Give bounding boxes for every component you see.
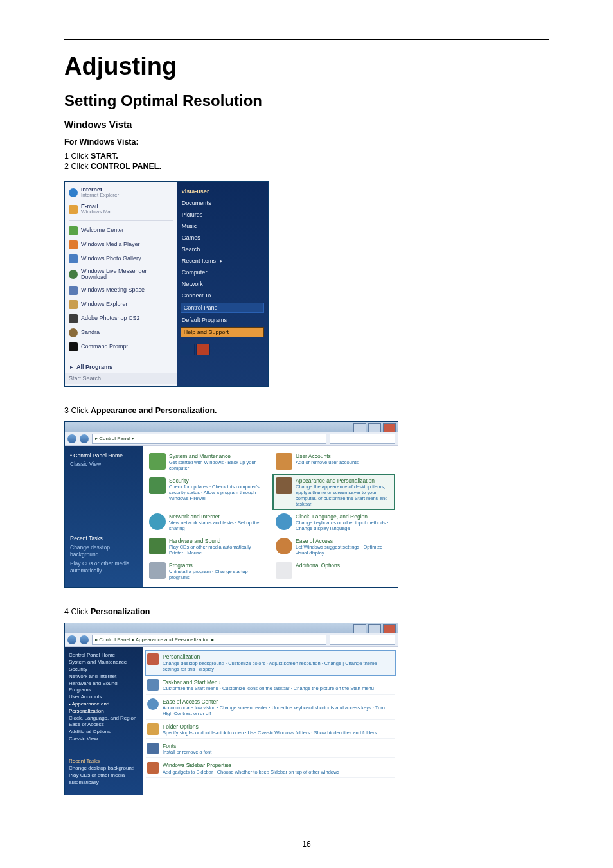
start-right-music[interactable]: Music bbox=[181, 222, 264, 231]
ap-item[interactable]: Folder OptionsSpecify single- or double-… bbox=[146, 721, 395, 739]
start-app-wmp[interactable]: Windows Media Player bbox=[65, 238, 177, 252]
item-icon bbox=[147, 743, 159, 754]
side-classic-view[interactable]: Classic View bbox=[70, 461, 138, 468]
back-button[interactable] bbox=[67, 434, 76, 443]
forward-button[interactable] bbox=[80, 434, 89, 443]
side-recent-link[interactable]: Play CDs or other media automatically bbox=[70, 560, 138, 575]
start-right-pictures[interactable]: Pictures bbox=[181, 210, 264, 219]
item-links: Install or remove a font bbox=[163, 749, 211, 755]
start-app-cmd[interactable]: Command Prompt bbox=[65, 340, 177, 354]
side-recent-link[interactable]: Play CDs or other media automatically bbox=[69, 772, 139, 786]
start-app-explorer[interactable]: Windows Explorer bbox=[65, 297, 177, 312]
cp-category[interactable]: Additional Options bbox=[274, 560, 394, 582]
start-all-programs[interactable]: ▸ All Programs bbox=[65, 360, 177, 373]
cp-category[interactable]: SecurityCheck for updates · Check this c… bbox=[147, 475, 267, 509]
start-app-messenger[interactable]: Windows Live Messenger Download bbox=[65, 266, 177, 283]
start-app-photo[interactable]: Windows Photo Gallery bbox=[65, 252, 177, 266]
side-link[interactable]: Classic View bbox=[69, 736, 139, 743]
start-right-default-programs[interactable]: Default Programs bbox=[181, 315, 264, 324]
start-right-documents[interactable]: Documents bbox=[181, 199, 264, 208]
step-1: 1 Click START. bbox=[64, 152, 549, 161]
cp-category[interactable]: Ease of AccessLet Windows suggest settin… bbox=[274, 536, 394, 558]
category-icon bbox=[149, 538, 166, 554]
page-h4: For Windows Vista: bbox=[64, 137, 549, 146]
side-link[interactable]: System and Maintenance bbox=[69, 659, 139, 666]
screenshot-appearance-personalization: ▸ Control Panel ▸ Appearance and Persona… bbox=[64, 623, 398, 795]
ap-item[interactable]: Windows Sidebar PropertiesAdd gadgets to… bbox=[146, 759, 395, 777]
category-title: Network and Internet bbox=[169, 513, 265, 520]
side-recent-link[interactable]: Change desktop background bbox=[70, 544, 138, 559]
cp-category[interactable]: User AccountsAdd or remove user accounts bbox=[274, 451, 394, 473]
item-icon bbox=[147, 698, 159, 710]
category-title: Security bbox=[169, 477, 265, 484]
side-link[interactable]: Hardware and Sound bbox=[69, 680, 139, 687]
start-app-email[interactable]: E-mail Windows Mail bbox=[65, 201, 177, 218]
cp-category[interactable]: Network and InternetView network status … bbox=[147, 511, 267, 533]
category-icon bbox=[149, 453, 166, 470]
sleep-button[interactable] bbox=[181, 344, 195, 355]
category-links: Change the appearance of desktop items, … bbox=[296, 484, 392, 507]
category-links: Check for updates · Check this computer'… bbox=[169, 484, 265, 501]
start-user-name[interactable]: vista-user bbox=[181, 187, 264, 196]
step-4: 4 Click Personalization bbox=[64, 607, 549, 616]
screenshot-control-panel: ▸ Control Panel ▸ • Control Panel Home C… bbox=[64, 421, 398, 589]
side-link[interactable]: User Accounts bbox=[69, 694, 139, 701]
ie-icon bbox=[69, 188, 78, 197]
start-right-help[interactable]: Help and Support bbox=[181, 327, 264, 337]
explorer-icon bbox=[69, 300, 78, 309]
side-link[interactable]: Security bbox=[69, 666, 139, 673]
start-app-welcome[interactable]: Welcome Center bbox=[65, 224, 177, 238]
cp-category[interactable]: ProgramsUninstall a program · Change sta… bbox=[147, 560, 267, 582]
ap-item[interactable]: Ease of Access CenterAccommodate low vis… bbox=[146, 696, 395, 720]
search-input[interactable] bbox=[330, 434, 395, 444]
search-input[interactable] bbox=[330, 635, 395, 645]
side-link[interactable]: Ease of Access bbox=[69, 722, 139, 729]
category-links: Get started with Windows · Back up your … bbox=[169, 459, 265, 471]
side-link-current[interactable]: • Appearance and Personalization bbox=[69, 701, 139, 715]
start-right-games[interactable]: Games bbox=[181, 233, 264, 242]
power-button[interactable] bbox=[196, 344, 210, 355]
page-h1: Adjusting bbox=[64, 53, 549, 80]
minimize-button[interactable] bbox=[353, 624, 366, 633]
search-input[interactable]: Start Search bbox=[69, 375, 101, 382]
side-link[interactable]: Network and Internet bbox=[69, 673, 139, 680]
side-link[interactable]: Programs bbox=[69, 687, 139, 694]
start-right-network[interactable]: Network bbox=[181, 279, 264, 288]
side-recent-heading: Recent Tasks bbox=[69, 758, 139, 765]
address-bar[interactable]: ▸ Control Panel ▸ bbox=[92, 434, 326, 444]
category-icon bbox=[149, 562, 166, 579]
ap-item[interactable]: PersonalizationChange desktop background… bbox=[146, 651, 395, 675]
maximize-button[interactable] bbox=[368, 423, 381, 432]
category-links: View network status and tasks · Set up f… bbox=[169, 520, 265, 531]
address-bar[interactable]: ▸ Control Panel ▸ Appearance and Persona… bbox=[92, 635, 326, 645]
start-right-computer[interactable]: Computer bbox=[181, 268, 264, 277]
forward-button[interactable] bbox=[80, 635, 89, 644]
close-button[interactable] bbox=[383, 624, 396, 633]
side-link[interactable]: Control Panel Home bbox=[69, 652, 139, 659]
cp-category[interactable]: System and MaintenanceGet started with W… bbox=[147, 451, 267, 473]
start-app-internet[interactable]: Internet Internet Explorer bbox=[65, 184, 177, 201]
ap-item[interactable]: Taskbar and Start MenuCustomize the Star… bbox=[146, 677, 395, 695]
cmd-icon bbox=[69, 342, 78, 351]
cp-category[interactable]: Appearance and PersonalizationChange the… bbox=[274, 475, 394, 509]
side-link[interactable]: Additional Options bbox=[69, 729, 139, 736]
start-app-sandra[interactable]: Sandra bbox=[65, 326, 177, 340]
side-link[interactable]: Clock, Language, and Region bbox=[69, 715, 139, 722]
maximize-button[interactable] bbox=[368, 624, 381, 633]
start-app-photoshop[interactable]: Adobe Photoshop CS2 bbox=[65, 312, 177, 326]
back-button[interactable] bbox=[67, 635, 76, 644]
cp-category[interactable]: Clock, Language, and RegionChange keyboa… bbox=[274, 511, 394, 533]
ap-item[interactable]: FontsInstall or remove a font bbox=[146, 740, 395, 758]
side-recent-link[interactable]: Change desktop background bbox=[69, 765, 139, 772]
start-right-connect[interactable]: Connect To bbox=[181, 291, 264, 300]
item-links: Specify single- or double-click to open … bbox=[163, 730, 377, 736]
start-right-recent[interactable]: Recent Items▸ bbox=[181, 256, 264, 265]
cp-category[interactable]: Hardware and SoundPlay CDs or other medi… bbox=[147, 536, 267, 558]
step-3: 3 Click Appearance and Personalization. bbox=[64, 406, 549, 415]
category-title: Programs bbox=[169, 562, 265, 569]
start-right-control-panel[interactable]: Control Panel bbox=[181, 303, 264, 313]
start-app-meeting[interactable]: Windows Meeting Space bbox=[65, 283, 177, 297]
minimize-button[interactable] bbox=[353, 423, 366, 432]
start-right-search[interactable]: Search bbox=[181, 245, 264, 254]
close-button[interactable] bbox=[383, 423, 396, 432]
